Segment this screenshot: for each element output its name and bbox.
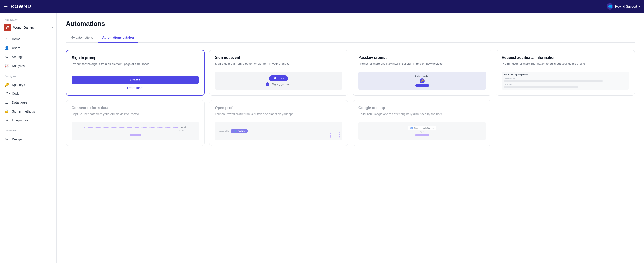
card-connect-form: Connect to form data Capture user date f… (66, 100, 205, 146)
app-chevron-icon: ▾ (52, 26, 53, 29)
app-name: Wondr Games (13, 26, 49, 29)
tabs: My automations Automations catalog (66, 33, 635, 42)
users-label: Users (12, 46, 20, 50)
sidebar-item-users[interactable]: 👤 Users (0, 44, 56, 52)
continue-google-mock: G Continue with Google (408, 126, 436, 130)
configure-section-label: Configure (0, 72, 56, 78)
data-types-icon: ☰ (4, 100, 9, 104)
data-types-label: Data types (12, 101, 27, 104)
users-icon: 👤 (4, 46, 9, 50)
user-menu[interactable]: 🌐 Rownd Support ▾ (607, 3, 640, 10)
card-sign-in-prompt: Sign in prompt Prompt for the sign in fr… (66, 50, 205, 96)
sidebar-item-integrations[interactable]: ✦ Integrations (0, 116, 56, 125)
top-navigation: ☰ ROWND 🌐 Rownd Support ▾ (0, 0, 644, 13)
card-desc-open-profile: Launch Rownd profile from a button or el… (215, 112, 342, 120)
integrations-label: Integrations (12, 118, 28, 122)
card-title-google-tap: Google one tap (358, 106, 486, 110)
sidebar-item-sign-in-methods[interactable]: 🔒 Sign in methods (0, 107, 56, 116)
email-form-label: email (181, 126, 186, 128)
check-icon: ✓ (266, 82, 270, 86)
application-section-label: Application (0, 16, 56, 22)
open-profile-preview: Your profile 👤 Profile (215, 122, 342, 140)
card-title-sign-in-prompt: Sign in prompt (72, 56, 199, 60)
card-title-sign-out: Sign out event (215, 56, 342, 60)
phone-field-mock-2 (504, 86, 578, 88)
analytics-icon: 📈 (4, 64, 9, 68)
card-google-one-tap: Google one tap Re-launch Google one tap … (353, 100, 492, 146)
cards-row-1: Sign in prompt Prompt for the sign in fr… (66, 50, 635, 96)
cards-row-2: Connect to form data Capture user date f… (66, 100, 635, 146)
card-title-connect-form: Connect to form data (72, 106, 199, 110)
home-label: Home (12, 37, 20, 41)
main-content: Automations My automations Automations c… (57, 13, 644, 263)
card-desc-request-info: Prompt user for more information to buil… (502, 62, 629, 70)
sign-in-methods-icon: 🔒 (4, 109, 9, 114)
card-title-request-info: Request additional information (502, 56, 629, 60)
tab-automations-catalog[interactable]: Automations catalog (98, 33, 138, 42)
continue-google-text: Continue with Google (414, 127, 434, 129)
settings-icon: ⚙ (4, 55, 9, 59)
zipcode-form-label: zip code (178, 130, 186, 132)
code-icon: </> (4, 92, 9, 96)
app-keys-label: App keys (12, 83, 25, 87)
globe-icon: 🌐 (607, 3, 613, 10)
card-desc-connect-form: Capture user date from your form fields … (72, 112, 199, 120)
settings-label: Settings (12, 55, 24, 59)
design-label: Design (12, 138, 22, 141)
logo: ROWND (10, 4, 31, 10)
phone-label-2: Phone number (504, 83, 627, 85)
passkey-icon: 🔑 (420, 78, 425, 84)
connect-form-preview: email zip code (72, 122, 199, 140)
tab-my-automations[interactable]: My automations (66, 33, 98, 42)
create-button[interactable]: Create (72, 76, 199, 84)
page-title: Automations (66, 20, 635, 28)
home-icon: ⌂ (4, 37, 9, 41)
add-passkey-label: Add a Passkey (414, 75, 430, 78)
phone-field-mock (504, 80, 602, 82)
signing-out-text: Signing you out... (272, 83, 292, 86)
google-g-icon: G (410, 127, 413, 130)
sidebar-item-code[interactable]: </> Code (0, 89, 56, 98)
sign-out-preview: Sign out ✓ Signing you out... (215, 72, 342, 90)
radio-dot-1 (420, 131, 422, 133)
chevron-down-icon: ▾ (639, 5, 640, 8)
card-desc-sign-in-prompt: Prompt for the sign in from an element, … (72, 62, 199, 73)
code-label: Code (12, 92, 20, 95)
radio-dot-2 (422, 131, 424, 133)
app-icon: W (4, 24, 11, 31)
sidebar-item-data-types[interactable]: ☰ Data types (0, 98, 56, 107)
card-open-profile: Open profile Launch Rownd profile from a… (209, 100, 348, 146)
phone-label: Phone number (504, 77, 627, 79)
sidebar-item-analytics[interactable]: 📈 Analytics (0, 61, 56, 70)
analytics-label: Analytics (12, 64, 25, 68)
sidebar-item-design[interactable]: ✂ Design (0, 135, 56, 144)
card-sign-out-event: Sign out event Sign a user out from a bu… (209, 50, 348, 96)
your-profile-text: Your profile (219, 130, 229, 132)
google-radio-row (420, 131, 424, 133)
request-info-preview: Add more to your profile Phone number Ph… (502, 72, 629, 90)
card-desc-passkey: Prompt for more passkey after initial si… (358, 62, 486, 70)
user-label: Rownd Support (615, 4, 637, 8)
sidebar-item-app-keys[interactable]: 🔑 App keys (0, 80, 56, 89)
sidebar-item-settings[interactable]: ⚙ Settings (0, 52, 56, 61)
card-title-open-profile: Open profile (215, 106, 342, 110)
sidebar: Application W Wondr Games ▾ ⌂ Home 👤 Use… (0, 13, 57, 263)
empty-slot (496, 100, 635, 146)
google-bar (415, 134, 429, 136)
card-passkey-prompt: Passkey prompt Prompt for more passkey a… (353, 50, 492, 96)
sidebar-item-home[interactable]: ⌂ Home (0, 35, 56, 44)
card-desc-google-tap: Re-launch Google one tap after originall… (358, 112, 486, 120)
sign-in-methods-label: Sign in methods (12, 110, 35, 113)
card-desc-sign-out: Sign a user out from a button or element… (215, 62, 342, 70)
app-keys-icon: 🔑 (4, 82, 9, 87)
passkey-bar (415, 84, 429, 87)
app-selector[interactable]: W Wondr Games ▾ (0, 22, 56, 33)
profile-outline (330, 132, 340, 138)
hamburger-icon[interactable]: ☰ (4, 4, 8, 9)
passkey-preview: Add a Passkey 🔑 (358, 72, 486, 90)
card-request-info: Request additional information Prompt us… (496, 50, 635, 96)
sign-out-btn-mock: Sign out (269, 76, 288, 82)
design-icon: ✂ (4, 137, 9, 141)
learn-more-link[interactable]: Learn more (72, 86, 199, 90)
customize-section-label: Customize (0, 126, 56, 133)
